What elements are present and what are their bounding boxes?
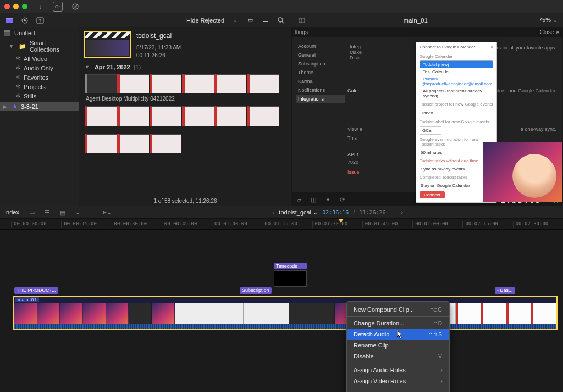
ruler-tick: 00:01:30:00 bbox=[312, 221, 362, 228]
timeline-fwd-icon[interactable]: › bbox=[401, 209, 404, 216]
clip-thumb[interactable] bbox=[150, 106, 181, 126]
pointer-tool-icon[interactable]: ➤⌄ bbox=[102, 208, 112, 217]
clip-thumb[interactable] bbox=[182, 74, 214, 93]
menu-new-compound-clip[interactable]: New Compound Clip...⌥G bbox=[347, 304, 449, 315]
clip-thumb[interactable] bbox=[85, 134, 117, 153]
clip-appearance-icon[interactable]: ▭ bbox=[245, 15, 255, 25]
clip-thumb[interactable] bbox=[117, 134, 149, 153]
clip-thumb[interactable] bbox=[85, 106, 117, 126]
ruler-tick: 00:02:15:00 bbox=[462, 221, 512, 228]
modal-close-icon[interactable]: × bbox=[490, 45, 493, 49]
zoom-window-icon[interactable] bbox=[22, 4, 27, 9]
timeline-ruler[interactable]: 00:00:00:00 00:00:15:00 00:00:30:00 00:0… bbox=[0, 219, 563, 230]
close-button[interactable]: Close ✕ bbox=[540, 29, 560, 35]
clip-thumb[interactable] bbox=[214, 106, 246, 126]
playhead[interactable] bbox=[341, 219, 341, 392]
timeline-index-button[interactable]: Index bbox=[4, 209, 19, 216]
sidebar-item-all-video[interactable]: ✲All Video bbox=[0, 54, 79, 63]
timecode-generator[interactable]: Timecode bbox=[274, 263, 307, 287]
photos-icon[interactable] bbox=[20, 15, 30, 25]
project-input[interactable]: Inbox bbox=[420, 109, 493, 117]
titles-icon[interactable]: T bbox=[35, 15, 45, 25]
library-icon[interactable] bbox=[4, 15, 14, 25]
clip-date: 8/17/22, 11:23 AM bbox=[136, 44, 181, 52]
clip-thumb[interactable] bbox=[214, 74, 246, 93]
tl-tool-1[interactable]: ▭ bbox=[27, 208, 37, 217]
viewer-canvas[interactable]: Account General Subscription Theme Karma… bbox=[292, 37, 562, 192]
sidebar-item-favorites[interactable]: ✲Favorites bbox=[0, 73, 79, 82]
disclosure-icon[interactable]: ▼ bbox=[85, 64, 90, 70]
marker-tag[interactable]: Subscription bbox=[240, 287, 272, 294]
disclosure-icon[interactable]: ▼ bbox=[9, 43, 14, 49]
titlebar: ↓ O⁃ bbox=[0, 0, 563, 13]
transform-icon[interactable]: ▱ bbox=[295, 196, 303, 205]
sidebar-item-audio-only[interactable]: ✲Audio Only bbox=[0, 63, 79, 73]
sidebar-item-projects[interactable]: ✲Projects bbox=[0, 82, 79, 91]
marker-tag[interactable]: THE PRODUCT... bbox=[14, 287, 58, 294]
timeline-name[interactable]: todoist_gcal ⌄ bbox=[279, 209, 318, 216]
clip-thumb[interactable] bbox=[247, 74, 279, 93]
primary-storyline-clip[interactable]: main_01 bbox=[13, 296, 558, 330]
sidebar-event-selected[interactable]: ▶ ★ 3-3-21 bbox=[0, 102, 79, 111]
import-icon[interactable]: ↓ bbox=[35, 2, 45, 12]
duration-input[interactable]: 60 minutes bbox=[420, 149, 493, 156]
window-controls[interactable] bbox=[4, 4, 27, 9]
retime-icon[interactable]: ⟳ bbox=[338, 196, 346, 205]
sync-option[interactable]: Sync as all-day events bbox=[420, 165, 493, 173]
audio-waveform[interactable] bbox=[14, 324, 556, 329]
clip-thumb[interactable] bbox=[150, 134, 181, 153]
menu-assign-video-roles[interactable]: Assign Video Roles› bbox=[347, 376, 449, 387]
library-row[interactable]: Untitled bbox=[0, 27, 79, 38]
filmstrip-3[interactable] bbox=[79, 132, 291, 154]
minimize-window-icon[interactable] bbox=[13, 4, 19, 9]
label-input[interactable]: GCal bbox=[420, 126, 441, 135]
project-thumbnail[interactable] bbox=[84, 31, 131, 58]
menu-change-duration[interactable]: Change Duration...⌃D bbox=[347, 316, 449, 329]
ruler-tick: 00:01:00:00 bbox=[212, 221, 262, 228]
crop-icon[interactable]: ◫ bbox=[309, 196, 318, 205]
tl-tool-2[interactable]: ☰ bbox=[42, 208, 52, 217]
settings-nav-item[interactable]: Subscription bbox=[296, 59, 345, 68]
clip-thumb[interactable] bbox=[85, 74, 117, 93]
search-icon[interactable] bbox=[276, 15, 286, 25]
timeline-back-icon[interactable]: ‹ bbox=[273, 209, 275, 216]
sidebar-item-stills[interactable]: ✲Stills bbox=[0, 91, 79, 101]
menu-disable[interactable]: DisableV bbox=[347, 351, 449, 362]
disclosure-icon[interactable]: ▶ bbox=[3, 104, 7, 109]
smart-collections-row[interactable]: ▼ 📁 Smart Collections bbox=[0, 38, 79, 54]
menu-expand-audio[interactable]: Expand Audio› bbox=[347, 388, 449, 392]
settings-nav-item[interactable]: Notifications bbox=[296, 86, 345, 95]
filmstrip-2[interactable] bbox=[79, 105, 291, 127]
tl-tool-3[interactable]: ▤ bbox=[58, 208, 68, 217]
marker-tag[interactable]: - Bas... bbox=[495, 287, 515, 294]
clip-thumb[interactable] bbox=[247, 106, 279, 126]
timeline-toolbar: Index ▭ ☰ ▤ ⌄ ➤⌄ ‹ todoist_gcal ⌄ 02:36:… bbox=[0, 206, 563, 219]
enhance-icon[interactable]: ✦ bbox=[323, 196, 332, 205]
viewer-scope-icon[interactable] bbox=[297, 15, 307, 25]
clip-thumb[interactable] bbox=[117, 106, 149, 126]
event-header[interactable]: ▼ Apr 21, 2022 (1) bbox=[79, 60, 291, 73]
hide-rejected-button[interactable]: Hide Rejected bbox=[186, 17, 224, 24]
list-view-icon[interactable]: ☰ bbox=[261, 15, 271, 25]
timeline[interactable]: Timecode THE PRODUCT... Subscription - B… bbox=[0, 230, 563, 392]
clip-thumb[interactable] bbox=[182, 106, 214, 126]
clip-thumb[interactable] bbox=[150, 74, 181, 93]
calendar-dropdown[interactable]: Todoist (new) Test Calendar Primary (the… bbox=[420, 60, 493, 100]
clip-thumb[interactable] bbox=[117, 74, 149, 93]
filmstrip-1[interactable] bbox=[79, 73, 291, 95]
tl-tool-4[interactable]: ⌄ bbox=[73, 208, 83, 217]
menu-rename-clip[interactable]: Rename Clip bbox=[347, 340, 449, 351]
menu-assign-audio-roles[interactable]: Assign Audio Roles› bbox=[347, 363, 449, 376]
completed-option[interactable]: Stay on Google Calendar bbox=[420, 182, 493, 189]
settings-nav-item[interactable]: Karma bbox=[296, 77, 345, 86]
settings-nav-item[interactable]: General bbox=[296, 51, 345, 59]
close-window-icon[interactable] bbox=[4, 4, 10, 9]
keyword-icon[interactable]: O⁃ bbox=[53, 2, 63, 12]
zoom-level[interactable]: 75% ⌄ bbox=[525, 16, 563, 24]
settings-nav-item[interactable]: Account bbox=[296, 42, 345, 51]
filter-dropdown-icon[interactable]: ⌄ bbox=[230, 15, 240, 25]
settings-nav-item[interactable]: Theme bbox=[296, 68, 345, 77]
render-icon[interactable] bbox=[70, 2, 80, 12]
connect-button[interactable]: Connect bbox=[420, 191, 445, 198]
settings-nav-item-active[interactable]: Integrations bbox=[296, 95, 345, 103]
